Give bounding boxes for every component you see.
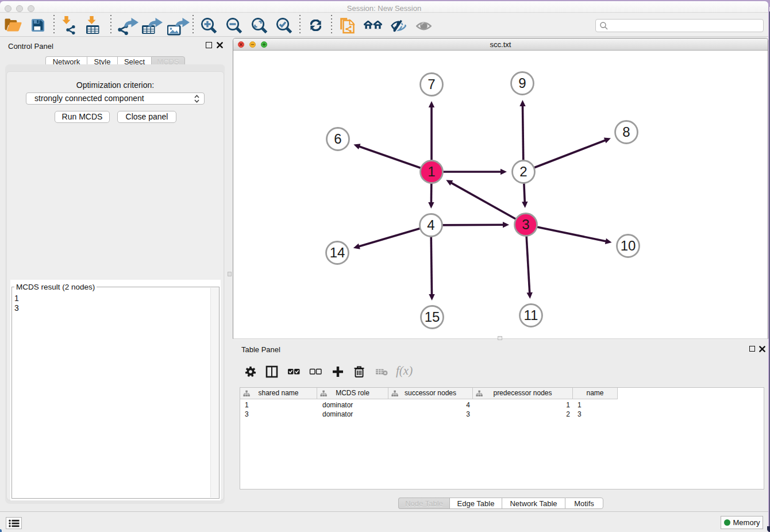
svg-text:2: 2 [519,164,527,179]
svg-text:6: 6 [334,131,341,147]
svg-text:4: 4 [427,217,434,233]
svg-text:8: 8 [622,124,630,140]
svg-text:15: 15 [425,309,440,325]
svg-text:11: 11 [524,307,538,323]
svg-text:7: 7 [428,76,435,92]
svg-text:9: 9 [518,75,526,91]
svg-text:10: 10 [621,238,636,253]
svg-text:1: 1 [428,164,435,179]
svg-text:14: 14 [330,245,345,260]
svg-text:3: 3 [522,217,529,232]
